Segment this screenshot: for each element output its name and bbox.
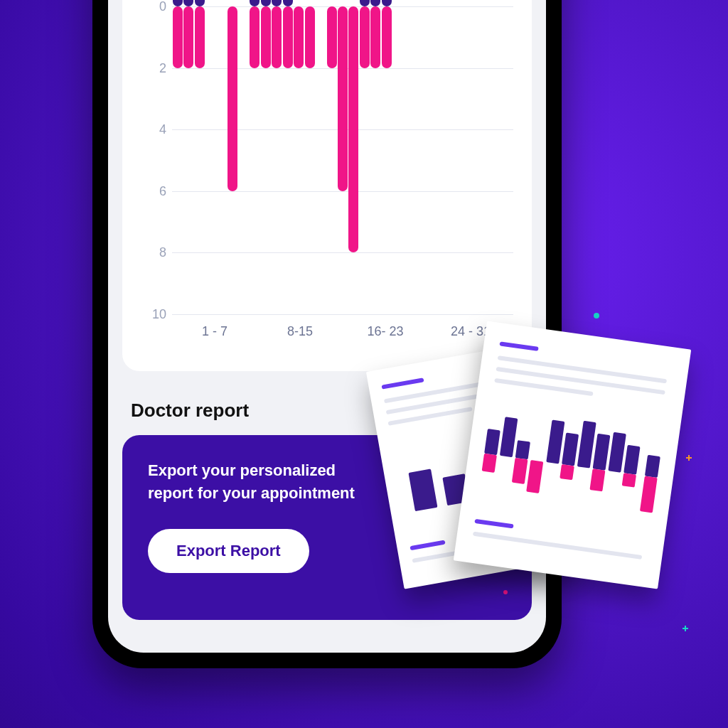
chart-x-tick: 8-15 (257, 324, 343, 339)
report-sheet-preview (454, 321, 691, 589)
chart-bar-negative (338, 6, 348, 191)
chart-bar-negative (228, 6, 237, 191)
chart-y-tick: 6 (141, 183, 166, 198)
chart-x-tick: 1 - 7 (172, 324, 257, 339)
export-report-line2: report for your appointment (148, 484, 355, 502)
mini-chart-bar (408, 469, 437, 511)
chart-bar-positive (360, 0, 370, 6)
chart-y-tick: 8 (141, 245, 166, 260)
chart-bar-negative (195, 6, 205, 68)
symptom-chart-card: 6420246810 1 - 78-1516- 2324 - 31 (122, 0, 532, 371)
chart-bar-positive (183, 0, 193, 6)
chart-bar-positive (195, 0, 205, 6)
chart-bar-positive (250, 0, 259, 6)
chart-bar-positive (173, 0, 183, 6)
chart-bar-negative (360, 6, 370, 68)
chart-x-axis: 1 - 78-1516- 2324 - 31 (172, 324, 513, 339)
chart-bar-negative (183, 6, 193, 68)
chart-bar-positive (261, 0, 271, 6)
chart-bar-negative (327, 6, 337, 68)
chart-bar-negative (294, 6, 304, 68)
export-report-button[interactable]: Export Report (148, 529, 309, 573)
chart-bar-negative (382, 6, 392, 68)
doctor-report-heading: Doctor report (131, 400, 249, 422)
chart-bar-negative (250, 6, 259, 68)
chart-bar-negative (283, 6, 293, 68)
chart-bar-negative (348, 6, 358, 252)
chart-bar-negative (261, 6, 271, 68)
sparkle-icon (686, 455, 692, 461)
chart-y-tick: 10 (141, 307, 166, 322)
mini-diverging-chart (478, 407, 664, 523)
chart-bar-negative (370, 6, 380, 68)
chart-bar-negative (305, 6, 315, 68)
chart-bar-negative (272, 6, 282, 68)
chart-bar-positive (272, 0, 282, 6)
sparkle-icon (594, 313, 599, 318)
export-report-description: Export your personalized report for your… (148, 459, 404, 505)
chart-y-tick: 2 (141, 60, 166, 75)
chart-bar-positive (370, 0, 380, 6)
chart-y-tick: 4 (141, 122, 166, 137)
export-report-line1: Export your personalized (148, 461, 336, 479)
symptom-chart: 6420246810 (172, 0, 513, 314)
sparkle-icon (503, 590, 508, 594)
chart-bar-positive (283, 0, 293, 6)
chart-bar-positive (382, 0, 392, 6)
chart-y-tick: 0 (141, 0, 166, 14)
sparkle-icon (682, 626, 688, 631)
chart-bar-negative (173, 6, 183, 68)
chart-x-tick: 16- 23 (343, 324, 428, 339)
